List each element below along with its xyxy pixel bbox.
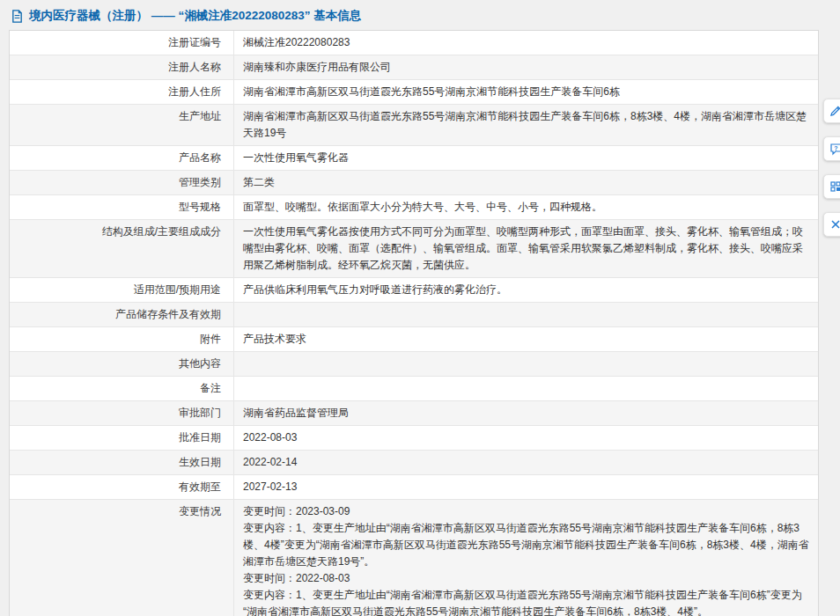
field-value: [234, 352, 818, 376]
field-value: 湘械注准20222080283: [234, 31, 818, 55]
field-label: 管理类别: [10, 171, 234, 194]
field-value: 2022-08-03: [234, 426, 818, 450]
field-label: 注册人名称: [10, 55, 234, 79]
field-value: 湖南臻和亦康医疗用品有限公司: [234, 55, 818, 79]
field-label: 有效期至: [10, 475, 234, 499]
table-row: 产品名称 一次性使用氧气雾化器: [10, 146, 818, 171]
field-label: 产品名称: [10, 146, 234, 170]
table-row: 生产地址 湖南省湘潭市高新区双马街道霞光东路55号湖南京湘节能科技园生产装备车间…: [10, 105, 818, 146]
page-header: 境内医疗器械（注册） —— “湘械注准20222080283” 基本信息: [0, 0, 840, 30]
qrcode-button[interactable]: [823, 174, 840, 199]
table-row: 审批部门 湖南省药品监督管理局: [10, 401, 818, 426]
field-label: 附件: [10, 327, 234, 351]
close-icon: [830, 219, 840, 230]
table-row: 结构及组成/主要组成成分 一次性使用氧气雾化器按使用方式不同可分为面罩型、咬嘴型…: [10, 220, 818, 278]
table-row: 注册证编号 湘械注准20222080283: [10, 31, 818, 55]
table-row: 产品储存条件及有效期: [10, 303, 818, 327]
field-value: 变更时间：2023-03-09 变更内容：1、变更生产地址由“湖南省湘潭市高新区…: [234, 500, 818, 616]
field-value: [234, 377, 818, 400]
edit-button[interactable]: [823, 99, 840, 123]
field-value: 一次性使用氧气雾化器: [234, 146, 818, 170]
close-button[interactable]: [823, 212, 840, 237]
field-label: 产品储存条件及有效期: [10, 303, 234, 326]
table-row-change-history: 变更情况 变更时间：2023-03-09 变更内容：1、变更生产地址由“湖南省湘…: [10, 500, 818, 616]
table-row: 附件 产品技术要求: [10, 327, 818, 352]
qrcode-icon: [829, 180, 840, 193]
field-value: [234, 303, 818, 326]
field-value: 2027-02-13: [234, 475, 818, 499]
page-title: 境内医疗器械（注册） —— “湘械注准20222080283” 基本信息: [29, 8, 361, 24]
table-row: 其他内容: [10, 352, 818, 377]
field-value: 湖南省药品监督管理局: [234, 401, 818, 425]
table-row: 批准日期 2022-08-03: [10, 426, 818, 451]
side-toolbar: ?: [823, 99, 840, 250]
table-row: 型号规格 面罩型、咬嘴型。依据面罩大小分为特大号、大号、中号、小号，四种规格。: [10, 195, 818, 220]
field-value: 一次性使用氧气雾化器按使用方式不同可分为面罩型、咬嘴型两种形式，面罩型由面罩、接…: [234, 220, 818, 277]
field-value: 面罩型、咬嘴型。依据面罩大小分为特大号、大号、中号、小号，四种规格。: [234, 195, 818, 219]
field-label: 型号规格: [10, 195, 234, 219]
field-value: 产品供临床利用氧气压力对呼吸道进行药液的雾化治疗。: [234, 278, 818, 302]
help-button[interactable]: ?: [823, 136, 840, 161]
document-icon: [11, 10, 24, 23]
svg-text:?: ?: [834, 144, 837, 150]
help-icon: ?: [829, 143, 840, 156]
table-row: 适用范围/预期用途 产品供临床利用氧气压力对呼吸道进行药液的雾化治疗。: [10, 278, 818, 303]
table-row: 备注: [10, 377, 818, 401]
table-row: 生效日期 2022-02-14: [10, 451, 818, 475]
table-row: 有效期至 2027-02-13: [10, 475, 818, 500]
field-value: 第二类: [234, 171, 818, 194]
field-label: 生效日期: [10, 451, 234, 474]
field-label: 审批部门: [10, 401, 234, 425]
field-label: 批准日期: [10, 426, 234, 450]
edit-icon: [829, 105, 840, 117]
field-label: 结构及组成/主要组成成分: [10, 220, 234, 277]
table-row: 注册人住所 湖南省湘潭市高新区双马街道霞光东路55号湖南京湘节能科技园生产装备车…: [10, 80, 818, 105]
field-value: 湖南省湘潭市高新区双马街道霞光东路55号湖南京湘节能科技园生产装备车间6栋，8栋…: [234, 105, 818, 145]
field-label: 生产地址: [10, 105, 234, 145]
field-label: 注册证编号: [10, 31, 234, 55]
table-row: 注册人名称 湖南臻和亦康医疗用品有限公司: [10, 55, 818, 80]
field-label: 备注: [10, 377, 234, 400]
registration-info-table: 注册证编号 湘械注准20222080283 注册人名称 湖南臻和亦康医疗用品有限…: [9, 30, 819, 616]
field-value: 产品技术要求: [234, 327, 818, 351]
table-row: 管理类别 第二类: [10, 171, 818, 195]
field-label: 其他内容: [10, 352, 234, 376]
field-value: 2022-02-14: [234, 451, 818, 474]
field-label: 适用范围/预期用途: [10, 278, 234, 302]
field-label: 注册人住所: [10, 80, 234, 104]
field-value: 湖南省湘潭市高新区双马街道霞光东路55号湖南京湘节能科技园生产装备车间6栋: [234, 80, 818, 104]
field-label: 变更情况: [10, 500, 234, 616]
